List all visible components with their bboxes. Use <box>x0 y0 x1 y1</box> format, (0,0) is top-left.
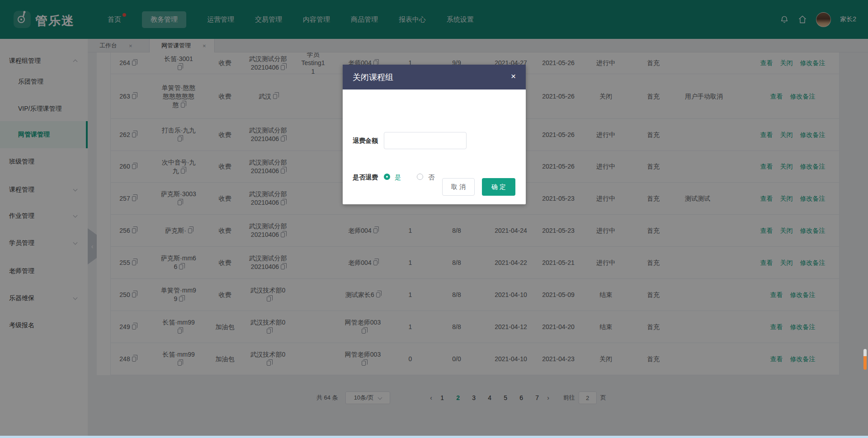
vertical-scrollbar-thumb[interactable] <box>863 349 867 370</box>
refund-amount-label: 退费金额 <box>353 137 378 145</box>
refund-question-label: 是否退费 <box>353 174 378 182</box>
refund-amount-input[interactable] <box>384 132 467 149</box>
refund-yes-radio[interactable] <box>384 174 390 180</box>
refund-no-label[interactable]: 否 <box>428 174 434 182</box>
refund-yes-label[interactable]: 是 <box>395 174 401 182</box>
cancel-button[interactable]: 取 消 <box>442 178 475 196</box>
close-icon[interactable]: × <box>511 72 516 81</box>
horizontal-scrollbar-track[interactable] <box>0 436 868 438</box>
close-course-group-dialog: 关闭课程组 × 是否退费 是 否 退费金额 取 消 确 定 <box>343 65 526 204</box>
refund-no-radio[interactable] <box>417 174 423 180</box>
confirm-button[interactable]: 确 定 <box>482 178 515 196</box>
dialog-title: 关闭课程组 <box>353 72 393 83</box>
dialog-header: 关闭课程组 <box>343 65 526 89</box>
